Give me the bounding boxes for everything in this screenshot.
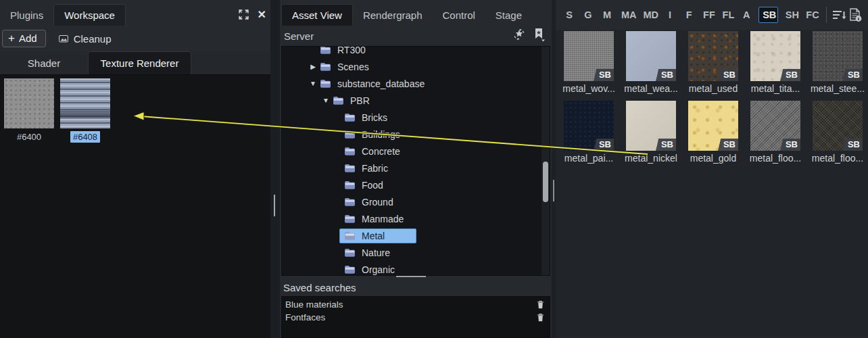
trash-icon[interactable] <box>537 300 544 309</box>
tree-item-metal-selected[interactable]: Metal <box>282 227 550 244</box>
tree-item-fabric[interactable]: Fabric <box>282 160 550 176</box>
filter-sh[interactable]: SH <box>783 7 799 22</box>
saved-search-item[interactable]: Fontfaces <box>282 311 550 324</box>
asset-thumbnail[interactable]: SB <box>813 101 863 151</box>
filter-ff[interactable]: FF <box>701 7 715 22</box>
filter-g[interactable]: G <box>581 7 595 22</box>
asset-thumbnail[interactable]: SB <box>813 31 863 81</box>
filter-fl[interactable]: FL <box>721 7 735 22</box>
asset-name: metal_wov... <box>562 83 615 94</box>
saved-search-item[interactable]: Blue materials <box>282 298 550 311</box>
tree-item-manmade[interactable]: Manmade <box>282 210 550 227</box>
add-button[interactable]: + Add <box>2 30 46 47</box>
tree-item-nature[interactable]: Nature <box>282 244 550 261</box>
filter-f[interactable]: F <box>682 7 696 22</box>
asset-name: metal_used <box>689 83 738 94</box>
expand-arrow-icon[interactable]: ▼ <box>308 80 318 87</box>
cleanup-button[interactable]: Cleanup <box>54 31 116 47</box>
tree-item-concrete[interactable]: Concrete <box>282 143 550 160</box>
panel-splitter-left[interactable] <box>270 0 280 338</box>
tab-asset-view[interactable]: Asset View <box>281 4 353 26</box>
tree-item-label: RT300 <box>337 46 366 55</box>
asset-item[interactable]: SB metal_used <box>682 31 744 94</box>
filter-i[interactable]: I <box>663 7 677 22</box>
texture-thumbnail-6400[interactable] <box>4 78 54 128</box>
filter-a[interactable]: A <box>740 7 753 22</box>
tab-shader[interactable]: Shader <box>0 51 88 74</box>
expand-arrow-icon[interactable]: ▼ <box>320 97 331 104</box>
asset-thumbnail[interactable]: SB <box>688 31 738 81</box>
substance-badge: SB <box>780 69 800 81</box>
tab-rendergraph[interactable]: Rendergraph <box>353 5 433 26</box>
horizontal-splitter-handle[interactable] <box>396 276 426 277</box>
texture-card[interactable]: #6400 <box>4 78 54 143</box>
asset-item[interactable]: SB metal_floo... <box>744 101 806 164</box>
tab-plugins[interactable]: Plugins <box>0 5 53 26</box>
tab-stage[interactable]: Stage <box>485 5 532 26</box>
asset-item[interactable]: SB metal_pai... <box>558 101 620 164</box>
substance-badge: SB <box>594 139 614 151</box>
tree-item-label: substance_database <box>337 78 425 89</box>
filter-md[interactable]: MD <box>642 7 658 22</box>
plus-icon: + <box>8 32 15 44</box>
tree-item-pbr[interactable]: ▼ PBR <box>282 92 550 109</box>
asset-item[interactable]: SB metal_floo... <box>806 101 868 164</box>
filter-s[interactable]: S <box>562 7 576 22</box>
folder-icon <box>320 79 331 88</box>
bookmark-icon[interactable] <box>533 27 546 42</box>
asset-item[interactable]: SB metal_tita... <box>744 31 806 94</box>
filter-ma[interactable]: MA <box>619 7 636 22</box>
asset-thumbnail[interactable]: SB <box>750 31 800 81</box>
tree-item-label: Scenes <box>337 62 369 72</box>
document-info-icon[interactable] <box>848 7 863 22</box>
asset-filter-toolbar: S G M MA MD I F FF FL A SB SH FC <box>556 0 868 30</box>
tree-scrollbar[interactable] <box>541 47 550 275</box>
tree-item-buildings[interactable]: Buildings <box>282 126 550 143</box>
asset-thumbnail[interactable]: SB <box>688 101 738 151</box>
asset-item[interactable]: SB metal_wea... <box>620 31 682 94</box>
substance-badge: SB <box>656 69 676 81</box>
tree-item-label: PBR <box>350 95 370 106</box>
tree-item-ground[interactable]: Ground <box>282 193 550 210</box>
tree-item-label: Metal <box>362 231 385 241</box>
refresh-favorites-icon[interactable] <box>512 27 527 42</box>
splitter-handle[interactable] <box>274 195 275 216</box>
left-tab-bar: Plugins Workspace ✕ <box>0 0 270 26</box>
asset-thumbnail[interactable]: SB <box>626 101 676 151</box>
tree-item-bricks[interactable]: Bricks <box>282 109 550 126</box>
sort-icon[interactable] <box>831 9 848 21</box>
texture-card-selected[interactable]: #6408 <box>60 78 110 143</box>
filter-sb-active[interactable]: SB <box>758 7 778 23</box>
tree-item-substance-database[interactable]: ▼ substance_database <box>282 75 550 92</box>
asset-thumbnail[interactable]: SB <box>750 101 800 151</box>
collapse-arrow-icon[interactable]: ▶ <box>308 63 318 70</box>
expand-icon[interactable] <box>238 9 249 20</box>
tree-item-scenes[interactable]: ▶ Scenes <box>282 58 550 75</box>
filter-m[interactable]: M <box>600 7 614 22</box>
tree-item-rt300[interactable]: RT300 <box>282 46 550 58</box>
asset-item[interactable]: SB metal_stee... <box>806 31 868 94</box>
filter-fc[interactable]: FC <box>804 7 819 22</box>
asset-item[interactable]: SB metal_wov... <box>558 31 620 94</box>
asset-thumbnail[interactable]: SB <box>564 31 614 81</box>
server-panel: Server RT300 <box>280 26 552 338</box>
close-icon[interactable]: ✕ <box>258 8 266 21</box>
tab-texture-renderer[interactable]: Texture Renderer <box>88 51 191 74</box>
asset-name: metal_nickel <box>625 153 677 164</box>
texture-thumbnail-6408[interactable] <box>60 78 110 128</box>
tab-control[interactable]: Control <box>433 5 485 26</box>
splitter-handle[interactable] <box>553 180 554 201</box>
asset-item[interactable]: SB metal_nickel <box>620 101 682 164</box>
tab-workspace[interactable]: Workspace <box>53 4 126 26</box>
tree-item-organic[interactable]: Organic <box>282 261 550 276</box>
tree-item-label: Manmade <box>362 214 404 224</box>
server-header: Server <box>280 26 552 46</box>
asset-item[interactable]: SB metal_gold <box>682 101 744 164</box>
asset-thumbnail[interactable]: SB <box>626 31 676 81</box>
tree-item-food[interactable]: Food <box>282 176 550 193</box>
folder-icon <box>333 96 344 105</box>
folder-icon <box>344 248 356 257</box>
tree-scrollbar-thumb[interactable] <box>543 162 548 202</box>
asset-thumbnail[interactable]: SB <box>564 101 614 151</box>
trash-icon[interactable] <box>537 313 544 322</box>
